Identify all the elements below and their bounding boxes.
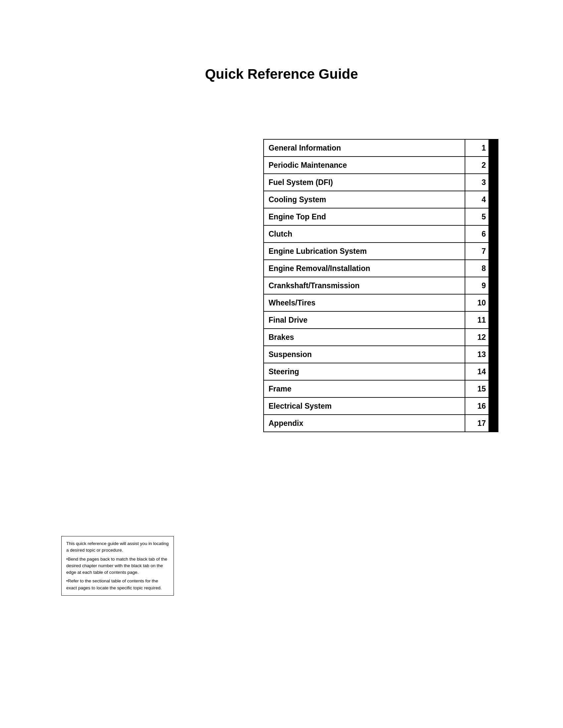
- toc-row[interactable]: Frame15: [263, 380, 498, 398]
- toc-row[interactable]: Fuel System (DFI)3: [263, 173, 498, 191]
- toc-label-8: Engine Removal/Installation: [264, 260, 465, 277]
- page-container: Quick Reference Guide General Informatio…: [0, 0, 563, 728]
- toc-row[interactable]: Clutch6: [263, 225, 498, 243]
- toc-tab-6: [489, 226, 498, 242]
- toc-row[interactable]: General Information1: [263, 139, 498, 157]
- toc-label-16: Electrical System: [264, 398, 465, 414]
- toc-row[interactable]: Brakes12: [263, 328, 498, 346]
- toc-tab-3: [489, 174, 498, 191]
- toc-row[interactable]: Steering14: [263, 363, 498, 381]
- toc-number-12: 12: [465, 329, 489, 345]
- toc-number-5: 5: [465, 208, 489, 225]
- toc-label-4: Cooling System: [264, 191, 465, 208]
- toc-tab-10: [489, 295, 498, 311]
- toc-tab-5: [489, 208, 498, 225]
- toc-tab-1: [489, 140, 498, 156]
- toc-number-8: 8: [465, 260, 489, 277]
- toc-tab-16: [489, 398, 498, 414]
- toc-tab-8: [489, 260, 498, 277]
- toc-label-13: Suspension: [264, 346, 465, 363]
- toc-row[interactable]: Electrical System16: [263, 397, 498, 415]
- toc-label-14: Steering: [264, 363, 465, 380]
- toc-row[interactable]: Cooling System4: [263, 191, 498, 208]
- toc-number-4: 4: [465, 191, 489, 208]
- toc-row[interactable]: Engine Lubrication System7: [263, 242, 498, 260]
- toc-tab-4: [489, 191, 498, 208]
- toc-row[interactable]: Suspension13: [263, 345, 498, 363]
- toc-row[interactable]: Appendix17: [263, 414, 498, 432]
- toc-row[interactable]: Crankshaft/Transmission9: [263, 277, 498, 295]
- toc-number-1: 1: [465, 140, 489, 156]
- toc-tab-14: [489, 363, 498, 380]
- toc-number-6: 6: [465, 226, 489, 242]
- toc-number-14: 14: [465, 363, 489, 380]
- toc-number-2: 2: [465, 157, 489, 173]
- toc-tab-7: [489, 243, 498, 259]
- toc-row[interactable]: Final Drive11: [263, 311, 498, 329]
- toc-label-12: Brakes: [264, 329, 465, 345]
- toc-row[interactable]: Engine Removal/Installation8: [263, 259, 498, 277]
- toc-label-11: Final Drive: [264, 312, 465, 328]
- toc-label-6: Clutch: [264, 226, 465, 242]
- info-box: This quick reference guide will assist y…: [61, 536, 174, 596]
- toc-row[interactable]: Periodic Maintenance2: [263, 156, 498, 174]
- toc-label-1: General Information: [264, 140, 465, 156]
- toc-tab-17: [489, 415, 498, 432]
- toc-label-15: Frame: [264, 381, 465, 397]
- toc-tab-12: [489, 329, 498, 345]
- toc-number-15: 15: [465, 381, 489, 397]
- toc-tab-11: [489, 312, 498, 328]
- toc-row[interactable]: Engine Top End5: [263, 208, 498, 226]
- toc-label-10: Wheels/Tires: [264, 295, 465, 311]
- toc-number-17: 17: [465, 415, 489, 432]
- toc-number-11: 11: [465, 312, 489, 328]
- toc-number-13: 13: [465, 346, 489, 363]
- toc-number-7: 7: [465, 243, 489, 259]
- toc-tab-2: [489, 157, 498, 173]
- toc-label-5: Engine Top End: [264, 208, 465, 225]
- info-box-bullet2: •Refer to the sectional table of content…: [66, 578, 169, 591]
- toc-label-7: Engine Lubrication System: [264, 243, 465, 259]
- toc-number-16: 16: [465, 398, 489, 414]
- toc-number-9: 9: [465, 277, 489, 294]
- info-box-intro: This quick reference guide will assist y…: [66, 540, 169, 554]
- toc-label-9: Crankshaft/Transmission: [264, 277, 465, 294]
- toc-tab-15: [489, 381, 498, 397]
- toc-label-3: Fuel System (DFI): [264, 174, 465, 191]
- toc-label-2: Periodic Maintenance: [264, 157, 465, 173]
- info-box-bullet1: •Bend the pages back to match the black …: [66, 556, 169, 576]
- toc-row[interactable]: Wheels/Tires10: [263, 294, 498, 312]
- page-title: Quick Reference Guide: [0, 0, 563, 102]
- toc-tab-9: [489, 277, 498, 294]
- toc-number-3: 3: [465, 174, 489, 191]
- toc-tab-13: [489, 346, 498, 363]
- toc-label-17: Appendix: [264, 415, 465, 432]
- toc-container: General Information1Periodic Maintenance…: [263, 139, 498, 432]
- toc-number-10: 10: [465, 295, 489, 311]
